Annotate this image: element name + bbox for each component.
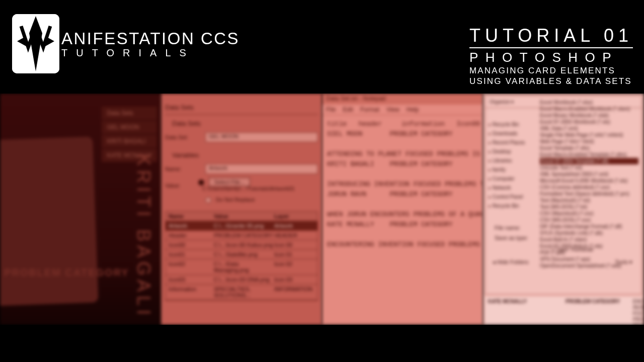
brand-subtitle: TUTORIALS	[61, 47, 239, 59]
notepad-titlebar: Data Set.txt - Notepad	[322, 94, 483, 105]
save-thumbnail-checkbox[interactable]: ☐ Save Thumbnail	[551, 247, 593, 252]
panel1-tab: GEL MOON	[102, 121, 157, 134]
variables-header: Variables	[172, 151, 318, 159]
sheet-col-1: KATE MCNALLY	[488, 299, 564, 325]
var-value-label: Value:	[165, 183, 193, 189]
table-row[interactable]: Icon01C:\...\Satellite.pngIcon 01	[166, 250, 317, 259]
brand-logo-icon	[12, 14, 59, 73]
header-band: ANIFESTATION CCS TUTORIALS TUTORIAL 01 P…	[0, 0, 644, 94]
file-type-option[interactable]: Text (Macintosh) (*.txt)	[540, 197, 638, 204]
table-row[interactable]: InformationSPECIALTIES, SOLUTIONS...INFO…	[166, 285, 317, 300]
table-row[interactable]: Icon03C:\...\Icon-03 DNA.pngIcon 03	[166, 275, 317, 285]
cell-layer: Icon 02	[274, 261, 314, 273]
dataset-label: Data Set:	[165, 134, 200, 140]
card-character-name: KRITI BAGALI	[133, 154, 154, 319]
cell-value: C:\...\Satellite.png	[214, 251, 274, 257]
cell-name: Header	[169, 232, 214, 238]
cell-name: Icon00	[169, 242, 214, 248]
nav-item[interactable]: Computer	[489, 174, 536, 184]
tools-dropdown[interactable]: Tools ▾	[615, 259, 632, 265]
file-type-option[interactable]: Excel Macro-Enabled Template (*.xltm)	[540, 151, 638, 158]
sheet-col-2: PROBLEM CATEGORY	[566, 299, 631, 325]
nav-item[interactable]: Desktop	[489, 147, 536, 156]
nav-item[interactable]: Recent Places	[489, 138, 536, 147]
brand-name: ANIFESTATION CCS	[61, 29, 239, 48]
cell-value: SPECIALTIES, SOLUTIONS...	[214, 286, 274, 298]
menu-item[interactable]: Help	[407, 106, 419, 113]
nav-item[interactable]: Recycle Bin	[489, 120, 536, 129]
cell-value: C:\...\Data Managing.png	[214, 261, 274, 273]
file-type-option[interactable]: Excel 97-2003 Workbook (*.xls)	[540, 119, 638, 125]
cell-name: Information	[169, 286, 214, 298]
table-row[interactable]: Icon02C:\...\Data Managing.pngIcon 02	[166, 259, 317, 275]
card-category-label: PROBLEM CATEGORY	[4, 267, 129, 279]
file-name-label: File name:	[495, 225, 520, 231]
menu-item[interactable]: Format	[360, 106, 379, 113]
col-name: Name	[169, 213, 214, 219]
file-type-option[interactable]: CSV (MS-DOS) (*.csv)	[540, 217, 638, 223]
nav-item[interactable]: Downloads	[489, 129, 536, 138]
section-label: Data Sets	[165, 104, 318, 111]
nav-item[interactable]: family	[489, 165, 536, 174]
cell-value: PROBLEM CATEGORY	[214, 232, 274, 238]
file-type-option[interactable]: CSV (Comma delimited) (*.csv)	[540, 184, 638, 191]
file-type-option[interactable]: Text (MS-DOS) (*.txt)	[540, 204, 638, 210]
nav-item[interactable]: Network	[489, 184, 536, 193]
file-type-option[interactable]: Excel Workbook (*.xlsx)	[540, 99, 638, 106]
file-type-option[interactable]: Single File Web Page (*.mht;*.mhtml)	[540, 132, 638, 138]
dataset-dropdown[interactable]: GEL MOON	[205, 132, 318, 142]
radio-select-file[interactable]	[198, 179, 204, 186]
menu-item[interactable]: Edit	[343, 106, 353, 113]
cell-layer: Icon 01	[274, 251, 314, 257]
file-type-option[interactable]: Formatted Text (Space delimited) (*.prn)	[540, 191, 638, 197]
cell-layer: Icon 00	[274, 242, 314, 248]
file-type-option[interactable]: Excel Macro-Enabled Workbook (*.xlsm)	[540, 106, 638, 112]
file-type-option[interactable]: XML Data (*.xml)	[540, 125, 638, 132]
file-type-list[interactable]: Excel Workbook (*.xlsx)Excel Macro-Enabl…	[540, 99, 638, 269]
title-block: TUTORIAL 01 PHOTOSHOP MANAGING CARD ELEM…	[469, 25, 633, 86]
spreadsheet-row: KATE MCNALLY PROBLEM CATEGORY ENCOUNTERI…	[485, 297, 642, 325]
var-name-field[interactable]: Artwork	[205, 164, 318, 174]
file-type-option[interactable]: Microsoft Excel 5.0/95 Workbook (*.xls)	[540, 177, 638, 184]
file-type-option[interactable]: Excel 97-2003 Template (*.xlt)	[540, 158, 638, 164]
notepad-menubar: File Edit Format View Help	[322, 105, 483, 115]
preview-panels: Data Sets GEL MOON KRITI BAGALI KATE MCN…	[0, 94, 644, 325]
title-line-1: TUTORIAL 01	[469, 25, 633, 48]
radio-do-not-replace[interactable]	[205, 197, 211, 203]
title-line-3: MANAGING CARD ELEMENTS	[469, 66, 633, 76]
col-value: Value	[214, 213, 274, 219]
cell-name: Icon03	[169, 277, 214, 283]
sheet-col-3: ENCOUNTERING INVENTION FOCUSED PROBLEMS …	[633, 299, 644, 325]
do-not-replace-label: Do Not Replace	[216, 197, 255, 203]
hide-folders-button[interactable]: ◂ Hide Folders	[493, 259, 528, 265]
file-type-option[interactable]: Excel Binary Workbook (*.xlsb)	[540, 112, 638, 119]
nav-item[interactable]: Control Panel	[489, 193, 536, 202]
cell-layer: INFORMATION	[274, 286, 314, 298]
cell-value: C:\...\Icon-00 Kaliux.png	[214, 242, 274, 248]
file-type-option[interactable]: Web Page (*.htm;*.html)	[540, 138, 638, 145]
panel-4-save-as-dialog: Organize ▾ Recycle BinDownloadsRecent Pl…	[483, 94, 644, 325]
menu-item[interactable]: File	[326, 106, 336, 113]
file-type-option[interactable]: Unicode Text (*.txt)	[540, 164, 638, 171]
panel-3-notepad: Data Set.txt - Notepad File Edit Format …	[322, 94, 483, 325]
cell-layer: Icon 03	[274, 277, 314, 283]
selected-file-path: C:\Users\family\...\Tutorials\Artwork01	[202, 186, 295, 192]
folder-nav: Recycle BinDownloadsRecent PlacesDesktop…	[489, 120, 536, 211]
nav-item[interactable]: Libraries	[489, 156, 536, 165]
panel-2-variables-dialog: Data Sets Data Sets Data Set: GEL MOON V…	[161, 94, 322, 325]
col-layer: Layer	[274, 213, 314, 219]
panel1-tab: Data Sets	[102, 107, 157, 120]
notepad-content[interactable]: title header information Icon00 SIEL MOO…	[322, 115, 483, 254]
cell-name: Icon02	[169, 261, 214, 273]
table-row[interactable]: HeaderPROBLEM CATEGORYHEADER	[166, 231, 317, 240]
file-type-option[interactable]: XML Spreadsheet 2003 (*.xml)	[540, 171, 638, 177]
nav-item[interactable]: Recycle Bin	[489, 202, 536, 211]
section-sublabel: Data Sets	[172, 120, 318, 127]
menu-item[interactable]: View	[386, 106, 399, 113]
variables-table: Name Value Layer ArtworkC:\...\Granite 0…	[165, 211, 318, 301]
table-row[interactable]: Icon00C:\...\Icon-00 Kaliux.pngIcon 00	[166, 240, 317, 250]
file-type-option[interactable]: Excel Template (*.xltx)	[540, 145, 638, 151]
table-row[interactable]: ArtworkC:\...\Granite 05.pngArtwork	[166, 221, 317, 231]
file-type-option[interactable]: CSV (Macintosh) (*.csv)	[540, 210, 638, 217]
cell-value: C:\...\Granite 05.png	[214, 223, 274, 229]
